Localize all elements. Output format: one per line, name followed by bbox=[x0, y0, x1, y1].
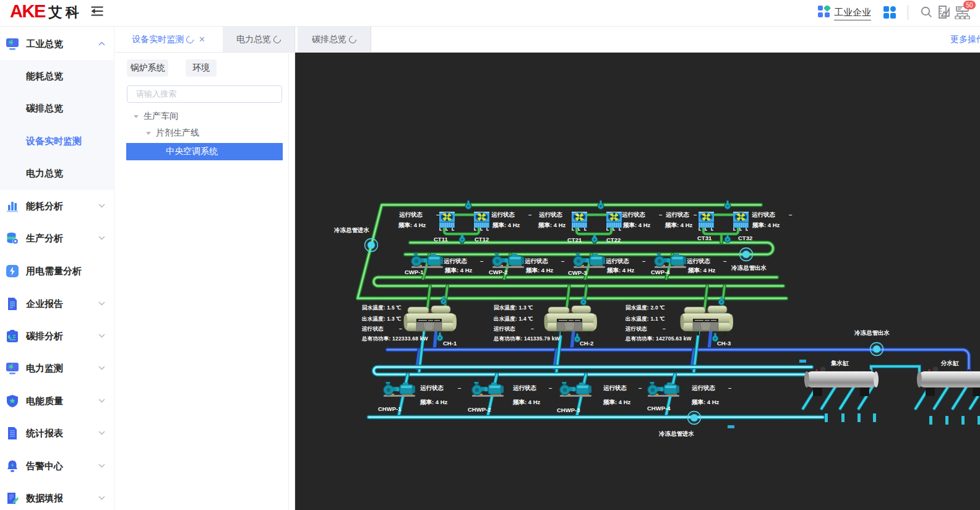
svg-text:运行状态: 运行状态 bbox=[606, 257, 630, 264]
svg-text:CHWP-3: CHWP-3 bbox=[557, 407, 580, 413]
svg-text:CT21: CT21 bbox=[567, 236, 582, 243]
svg-text:冷冻总管进水: 冷冻总管进水 bbox=[334, 227, 370, 233]
svg-text:回水温度: 1.3 ℃: 回水温度: 1.3 ℃ bbox=[494, 305, 533, 311]
svg-text:–: – bbox=[480, 257, 483, 264]
svg-text:CHWP-1: CHWP-1 bbox=[378, 405, 402, 412]
svg-text:CHWP-2: CHWP-2 bbox=[468, 406, 491, 413]
svg-text:冷冻总管进水: 冷冻总管进水 bbox=[659, 430, 695, 437]
svg-text:运行状态: 运行状态 bbox=[625, 326, 647, 332]
svg-text:–: – bbox=[638, 384, 642, 391]
svg-text:–: – bbox=[561, 257, 564, 264]
svg-text:CWP-1: CWP-1 bbox=[405, 269, 424, 275]
svg-text:频率: 4 Hz: 频率: 4 Hz bbox=[525, 267, 554, 274]
svg-text:频率: 4 Hz: 频率: 4 Hz bbox=[664, 222, 693, 228]
svg-text:CHWP-4: CHWP-4 bbox=[647, 405, 671, 412]
svg-text:频率: 4 Hz: 频率: 4 Hz bbox=[603, 399, 631, 405]
svg-text:分水缸: 分水缸 bbox=[940, 360, 959, 366]
svg-text:–: – bbox=[694, 211, 697, 218]
svg-text:运行状态: 运行状态 bbox=[444, 257, 468, 264]
svg-text:频率: 4 Hz: 频率: 4 Hz bbox=[419, 399, 448, 405]
svg-text:CT12: CT12 bbox=[475, 236, 489, 243]
svg-text:总有功功率: 142705.63 kW: 总有功功率: 142705.63 kW bbox=[625, 335, 692, 342]
svg-text:回水温度: 2.0 ℃: 回水温度: 2.0 ℃ bbox=[625, 305, 664, 311]
svg-text:–: – bbox=[436, 211, 439, 218]
svg-text:频率: 4 Hz: 频率: 4 Hz bbox=[691, 399, 720, 405]
svg-text:运行状态: 运行状态 bbox=[399, 211, 423, 218]
svg-text:频率: 4 Hz: 频率: 4 Hz bbox=[512, 399, 541, 405]
svg-text:CH-3: CH-3 bbox=[717, 340, 731, 347]
svg-text:CH-2: CH-2 bbox=[580, 340, 593, 347]
svg-text:频率: 4 Hz: 频率: 4 Hz bbox=[444, 267, 473, 274]
svg-text:–: – bbox=[789, 211, 792, 218]
svg-text:–: – bbox=[531, 326, 534, 332]
svg-text:–: – bbox=[576, 211, 579, 218]
svg-text:运行状态: 运行状态 bbox=[752, 211, 776, 218]
svg-text:频率: 4 Hz: 频率: 4 Hz bbox=[398, 222, 426, 228]
svg-text:出水温度: 1.4 ℃: 出水温度: 1.4 ℃ bbox=[494, 316, 533, 322]
svg-text:–: – bbox=[528, 211, 531, 218]
svg-text:运行状态: 运行状态 bbox=[525, 257, 549, 264]
svg-text:–: – bbox=[399, 326, 402, 332]
svg-text:运行状态: 运行状态 bbox=[420, 384, 444, 391]
svg-text:–: – bbox=[728, 384, 731, 391]
svg-text:运行状态: 运行状态 bbox=[361, 326, 384, 332]
svg-text:–: – bbox=[458, 384, 461, 391]
svg-text:CT22: CT22 bbox=[606, 236, 621, 243]
svg-text:频率: 4 Hz: 频率: 4 Hz bbox=[622, 222, 651, 228]
svg-text:出水温度: 1.1 ℃: 出水温度: 1.1 ℃ bbox=[625, 316, 664, 322]
svg-text:–: – bbox=[663, 326, 666, 332]
svg-text:运行状态: 运行状态 bbox=[687, 257, 711, 264]
svg-text:频率: 4 Hz: 频率: 4 Hz bbox=[606, 267, 635, 274]
svg-text:频率: 4 Hz: 频率: 4 Hz bbox=[687, 267, 716, 274]
svg-text:运行状态: 运行状态 bbox=[539, 211, 563, 218]
svg-text:–: – bbox=[659, 211, 662, 218]
svg-text:CWP-3: CWP-3 bbox=[568, 269, 587, 276]
svg-text:CWP-4: CWP-4 bbox=[651, 269, 670, 275]
svg-text:–: – bbox=[723, 257, 726, 264]
svg-text:集水缸: 集水缸 bbox=[831, 360, 849, 366]
svg-text:运行状态: 运行状态 bbox=[666, 211, 690, 218]
svg-text:CT32: CT32 bbox=[738, 235, 752, 241]
svg-text:–: – bbox=[642, 257, 645, 264]
svg-text:运行状态: 运行状态 bbox=[603, 384, 627, 391]
svg-text:CH-1: CH-1 bbox=[443, 340, 457, 347]
svg-text:CWP-2: CWP-2 bbox=[489, 269, 508, 275]
svg-text:运行状态: 运行状态 bbox=[622, 211, 646, 218]
svg-text:回水温度: 1.5 ℃: 回水温度: 1.5 ℃ bbox=[362, 305, 401, 311]
svg-text:出水温度: 1.3 ℃: 出水温度: 1.3 ℃ bbox=[362, 316, 401, 322]
svg-text:频率: 4 Hz: 频率: 4 Hz bbox=[492, 222, 520, 228]
svg-text:CT11: CT11 bbox=[434, 236, 448, 243]
svg-text:冷冻总管出水: 冷冻总管出水 bbox=[731, 264, 767, 271]
svg-text:运行状态: 运行状态 bbox=[692, 384, 716, 391]
svg-text:CT31: CT31 bbox=[697, 235, 712, 241]
svg-text:运行状态: 运行状态 bbox=[493, 326, 515, 332]
svg-text:运行状态: 运行状态 bbox=[491, 211, 515, 218]
svg-text:总有功功率: 141335.79 kW: 总有功功率: 141335.79 kW bbox=[493, 335, 561, 342]
svg-text:–: – bbox=[549, 384, 552, 391]
svg-text:频率: 4 Hz: 频率: 4 Hz bbox=[752, 222, 780, 228]
svg-text:运行状态: 运行状态 bbox=[513, 384, 537, 391]
svg-text:冷冻总管出水: 冷冻总管出水 bbox=[854, 329, 890, 336]
svg-text:总有功功率: 122333.68 kW: 总有功功率: 122333.68 kW bbox=[361, 335, 429, 342]
svg-text:频率: 4 Hz: 频率: 4 Hz bbox=[538, 222, 566, 228]
